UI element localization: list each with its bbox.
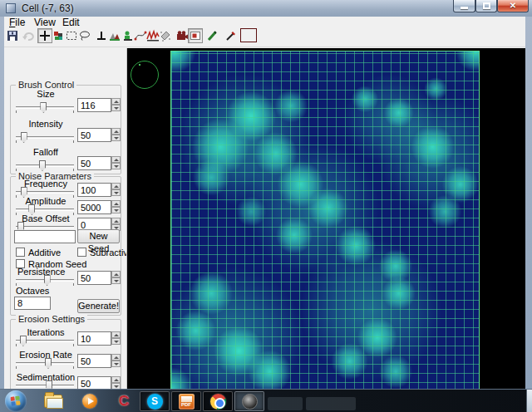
spin-down-button[interactable] — [111, 163, 121, 169]
size-input[interactable] — [77, 98, 111, 112]
flatten-tool-icon — [95, 29, 108, 42]
falloff-label: Falloff — [14, 147, 77, 157]
spin-down-button[interactable] — [111, 105, 121, 111]
persistence-input[interactable] — [77, 271, 111, 285]
taskbar-explorer[interactable] — [38, 391, 68, 411]
new-seed-button[interactable]: New Seed — [77, 229, 120, 243]
sedimentation-input[interactable] — [77, 376, 111, 389]
brush-icon — [205, 29, 219, 42]
ccleaner-icon: C — [119, 393, 129, 410]
amplitude-slider[interactable] — [16, 208, 74, 211]
heightmap-grid[interactable] — [170, 51, 480, 389]
erosion-rate-slider[interactable] — [16, 362, 74, 365]
camera-icon — [175, 29, 189, 42]
stamp-tool-icon — [52, 29, 65, 42]
taskbar-ghost — [268, 397, 303, 410]
cell-app-icon — [242, 394, 258, 410]
amplitude-input[interactable] — [77, 200, 111, 214]
brush-control-group: Brush Control Size Intensity — [10, 85, 121, 174]
pdf-icon: PDF — [179, 394, 195, 410]
spin-up-button[interactable] — [111, 200, 121, 207]
spin-up-button[interactable] — [111, 354, 121, 360]
intensity-slider[interactable] — [16, 136, 74, 139]
start-button[interactable] — [5, 390, 27, 412]
menu-edit[interactable]: Edit — [62, 17, 80, 28]
spin-up-button[interactable] — [111, 128, 121, 135]
toolbar — [4, 27, 525, 47]
seed-input[interactable] — [14, 230, 76, 243]
color-swatch[interactable] — [240, 28, 257, 42]
persistence-slider[interactable] — [16, 279, 74, 282]
mountain-tool-icon — [108, 29, 121, 42]
sedimentation-label: Sedimentation — [14, 372, 77, 382]
subractive-checkbox[interactable] — [77, 248, 86, 257]
falloff-slider[interactable] — [16, 164, 74, 167]
menu-view[interactable]: View — [34, 17, 56, 28]
spin-up-button[interactable] — [111, 156, 121, 163]
spin-down-button[interactable] — [111, 338, 121, 345]
erosion-settings-group: Erosion Settings Iterations Erosion Rate — [10, 319, 121, 389]
skype-icon: S — [147, 394, 163, 410]
menu-file[interactable]: File — [9, 17, 25, 28]
additive-checkbox[interactable] — [16, 248, 25, 257]
control-panel: Brush Control Size Intensity — [4, 48, 127, 389]
play-icon — [82, 394, 97, 409]
canvas-viewport — [127, 48, 525, 389]
spin-up-button[interactable] — [111, 376, 121, 383]
intensity-input[interactable] — [77, 128, 111, 142]
save-icon — [6, 29, 19, 42]
spin-up-button[interactable] — [111, 331, 121, 338]
spin-down-button[interactable] — [111, 135, 121, 141]
close-button[interactable]: ✕ — [497, 0, 529, 12]
taskbar-skype[interactable]: S — [140, 391, 170, 411]
taskbar-media-player[interactable] — [75, 391, 105, 411]
taskbar-chrome[interactable] — [203, 391, 233, 411]
smudge-tool-button[interactable] — [158, 28, 173, 43]
show-desktop-button[interactable] — [526, 390, 532, 412]
minimize-button[interactable] — [453, 0, 475, 12]
spin-up-button[interactable] — [111, 98, 121, 105]
spin-up-button[interactable] — [111, 271, 121, 277]
erosion-rate-input[interactable] — [77, 354, 111, 368]
falloff-input[interactable] — [77, 156, 111, 170]
taskbar-pdf-reader[interactable]: PDF — [171, 391, 201, 411]
maximize-icon — [483, 2, 490, 9]
size-slider[interactable] — [16, 106, 74, 109]
frequency-input[interactable] — [77, 183, 111, 197]
octaves-input[interactable] — [14, 297, 51, 310]
base-offset-slider[interactable] — [16, 226, 74, 228]
sedimentation-slider[interactable] — [16, 385, 74, 387]
taskbar-cell-app[interactable] — [234, 391, 264, 411]
brush-cursor-circle — [131, 61, 159, 89]
maximize-button[interactable] — [475, 0, 497, 12]
folder-icon — [44, 395, 62, 408]
generate-button[interactable]: Generate! — [77, 299, 120, 313]
noise-parameters-group: Noise Parameters Frequency Amplitude — [10, 176, 121, 316]
iterations-slider[interactable] — [16, 340, 74, 342]
brush-tool-button[interactable] — [204, 28, 219, 43]
close-icon: ✕ — [498, 1, 528, 10]
taskbar-ccleaner[interactable]: C — [109, 391, 139, 411]
lasso-select-button[interactable] — [77, 28, 92, 43]
intensity-label: Intensity — [14, 119, 77, 129]
undo-button[interactable] — [21, 28, 36, 43]
menu-bar: File View Edit — [4, 17, 525, 27]
spin-up-button[interactable] — [111, 218, 121, 224]
spin-up-button[interactable] — [111, 183, 121, 189]
spin-down-button[interactable] — [111, 383, 121, 389]
frequency-slider[interactable] — [16, 191, 74, 194]
eyedropper-icon — [224, 29, 238, 42]
group-title: Erosion Settings — [16, 314, 87, 324]
spin-down-button[interactable] — [111, 360, 121, 367]
save-button[interactable] — [5, 28, 20, 43]
window-title: Cell (-7, 63) — [22, 2, 74, 14]
eyedropper-button[interactable] — [224, 28, 239, 43]
spin-down-button[interactable] — [111, 207, 121, 213]
spin-down-button[interactable] — [111, 189, 121, 196]
taskbar: C S PDF — [0, 389, 532, 412]
iterations-input[interactable] — [77, 331, 111, 346]
title-bar[interactable]: Cell (-7, 63) ✕ — [0, 0, 532, 17]
frame-tool-button[interactable] — [188, 28, 203, 43]
spin-down-button[interactable] — [111, 277, 121, 284]
lasso-select-icon — [78, 29, 91, 42]
